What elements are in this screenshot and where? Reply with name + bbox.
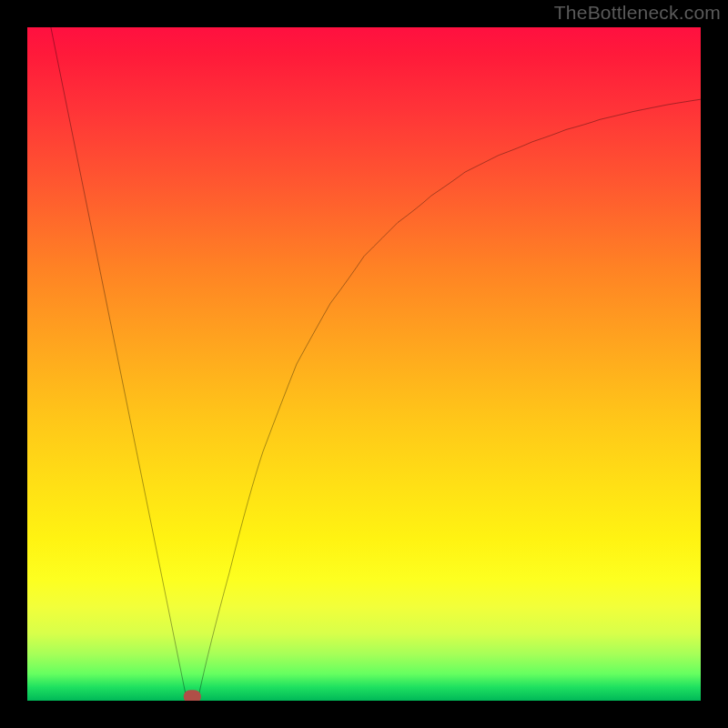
curve-svg [27, 27, 701, 701]
curve-right-branch [199, 99, 701, 693]
watermark-text: TheBottleneck.com [554, 2, 721, 24]
curve-left-branch [51, 27, 186, 694]
minimum-marker [187, 693, 197, 700]
plot-area [27, 27, 701, 701]
chart-frame: TheBottleneck.com [0, 0, 728, 728]
